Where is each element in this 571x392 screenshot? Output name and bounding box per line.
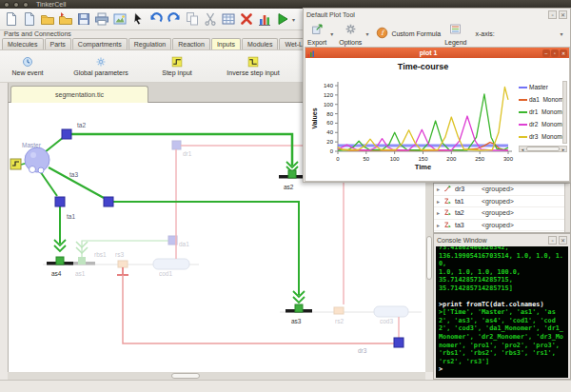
open-folder-button[interactable]	[38, 10, 56, 29]
tab-modules[interactable]: Modules	[242, 38, 278, 49]
options-button[interactable]: Options	[339, 22, 362, 46]
console-close-icon[interactable]: ✕	[559, 236, 567, 245]
save-button[interactable]	[74, 10, 92, 29]
tree-item-ta3[interactable]: ▸ta3<grouped>	[434, 220, 570, 232]
plot-minimize-icon[interactable]: –	[542, 49, 550, 57]
part-cod3	[374, 306, 408, 317]
legend-item-da1_Monomer[interactable]: da1_Monomer	[519, 93, 562, 106]
plot-maximize-icon[interactable]: ▫	[551, 49, 559, 57]
run-dropdown-icon[interactable]: ▾	[292, 16, 295, 23]
tab-compartments[interactable]: Compartments	[72, 38, 128, 49]
cut-icon	[203, 11, 218, 27]
table-button[interactable]	[219, 10, 237, 29]
legend-item-dr1_Monomer[interactable]: dr1_Monomer	[519, 106, 562, 118]
node-dr3	[394, 338, 404, 347]
plot-close-icon[interactable]: ✕	[560, 49, 567, 57]
step-input-button[interactable]: Step input	[147, 56, 207, 76]
tree-item-dr3[interactable]: ▸dr3<grouped>	[434, 184, 570, 196]
label-as4: as4	[51, 270, 62, 277]
snapshot-button[interactable]	[110, 10, 128, 29]
export-icon	[311, 22, 324, 39]
node-ta1	[55, 197, 65, 206]
tree-scrollbar[interactable]	[564, 184, 570, 232]
legend-item-Master[interactable]: Master	[519, 81, 562, 93]
expand-icon[interactable]: ▸	[437, 222, 443, 228]
console-line	[439, 293, 565, 301]
plot-tool-float-icon[interactable]: ▫	[548, 10, 557, 19]
tree-ta-icon	[443, 221, 452, 229]
close-window-icon[interactable]	[4, 2, 10, 8]
global-parameters-icon	[95, 56, 107, 68]
cut-button[interactable]	[201, 10, 219, 29]
legend-button[interactable]: Legend	[444, 22, 466, 46]
custom-formula-button[interactable]: f Custom Formula	[376, 26, 441, 43]
tab-molecules[interactable]: Molecules	[2, 38, 44, 49]
new-event-button[interactable]: New event	[0, 56, 55, 76]
legend-vertical-scrollbar[interactable]	[562, 81, 567, 144]
new-file-button[interactable]	[2, 10, 20, 29]
redo-button[interactable]	[165, 10, 183, 29]
tab-parts[interactable]: Parts	[45, 38, 71, 49]
document-tab-segmentation[interactable]: segmentation.tic	[10, 86, 148, 103]
cursor-button[interactable]	[128, 10, 147, 29]
options-dropdown-icon[interactable]: ▾	[365, 30, 368, 37]
new-window-icon	[22, 11, 37, 27]
expand-icon[interactable]: ▸	[437, 209, 443, 216]
tree-item-ta1[interactable]: ▸ta1<grouped>	[434, 196, 570, 208]
svg-text:20: 20	[326, 139, 333, 145]
tab-reaction[interactable]: Reaction	[172, 38, 210, 49]
new-window-button[interactable]	[20, 10, 38, 29]
plot-tool-titlebar: Default Plot Tool ▫ ✕	[304, 9, 570, 21]
undo-button[interactable]	[147, 10, 165, 29]
legend-horizontal-scrollbar[interactable]: ◂▸	[519, 146, 567, 152]
chart-button[interactable]	[255, 10, 273, 29]
tree-dr-icon	[443, 185, 452, 193]
label-dr3: dr3	[358, 347, 367, 354]
chart-legend: Masterda1_Monomerdr1_Monomerdr2_Monomerd…	[519, 81, 562, 144]
inverse-step-input-button[interactable]: Inverse step input	[207, 56, 299, 76]
inverse-step-input-icon	[247, 56, 259, 68]
plot-mini-icon	[307, 50, 315, 58]
import-folder-icon	[58, 11, 73, 27]
label-as3: as3	[291, 318, 302, 324]
console-line: >['Time', 'Master', 'as1', 'as2', 'as3',…	[439, 308, 565, 365]
legend-swatch	[519, 124, 527, 126]
maximize-window-icon[interactable]	[23, 2, 29, 8]
label-as2: as2	[284, 184, 294, 190]
tab-inputs[interactable]: Inputs	[211, 38, 241, 49]
global-parameters-button[interactable]: Global parameters	[55, 56, 147, 76]
console-float-icon[interactable]: ▫	[548, 236, 557, 245]
plot-subwindow-titlebar[interactable]: plot 1 – ▫ ✕	[305, 48, 569, 58]
plot-tool-panel: Default Plot Tool ▫ ✕ Export ▾ Options ▾…	[303, 8, 571, 183]
custom-formula-icon: f	[376, 26, 391, 43]
tree-ta-icon	[443, 208, 452, 217]
xaxis-dropdown-icon[interactable]: ▾	[557, 30, 566, 37]
console-output[interactable]: 73.41862460326342,136.19905416703514, 1.…	[436, 246, 568, 378]
expand-icon[interactable]: ▸	[437, 198, 443, 205]
expand-icon[interactable]: ▸	[437, 186, 443, 192]
svg-text:200: 200	[446, 156, 457, 162]
tree-item-ta2[interactable]: ▸ta2<grouped>	[434, 207, 570, 220]
delete-button[interactable]	[237, 10, 255, 29]
parts-panel-label: Parts and Connections	[4, 30, 71, 37]
status-bar	[0, 380, 571, 392]
minimize-window-icon[interactable]	[13, 2, 19, 8]
plot-subwindow-title: plot 1	[315, 49, 541, 56]
print-button[interactable]	[92, 10, 110, 29]
console-line: 35.714285714285715]	[439, 284, 565, 293]
svg-text:50: 50	[363, 156, 369, 162]
legend-item-dr2_Monomer[interactable]: dr2_Monomer	[519, 118, 562, 130]
label-ta2: ta2	[77, 122, 86, 128]
export-button[interactable]: Export	[307, 22, 326, 46]
canvas-horizontal-scrollbar[interactable]	[8, 372, 425, 380]
copy-button[interactable]	[183, 10, 201, 29]
plot-tool-close-icon[interactable]: ✕	[559, 10, 567, 19]
legend-item-dr3_Monomer[interactable]: dr3_Monomer	[519, 130, 562, 143]
run-button[interactable]	[273, 10, 291, 29]
export-dropdown-icon[interactable]: ▾	[330, 30, 333, 37]
import-folder-button[interactable]	[56, 10, 74, 29]
tab-regulation[interactable]: Regulation	[128, 38, 171, 49]
svg-text:150: 150	[418, 156, 428, 162]
label-dr1: dr1	[183, 150, 192, 157]
print-icon	[94, 11, 109, 27]
